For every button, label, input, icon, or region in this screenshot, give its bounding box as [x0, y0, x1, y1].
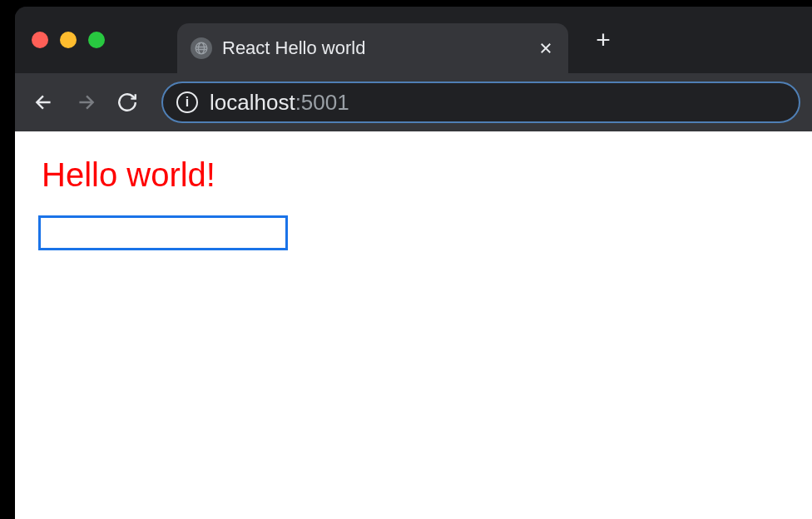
browser-tab[interactable]: React Hello world [177, 23, 568, 73]
back-button[interactable] [27, 85, 62, 120]
toolbar: i localhost:5001 [15, 73, 812, 131]
window-minimize-button[interactable] [60, 32, 77, 48]
window-controls [32, 32, 105, 48]
tab-close-button[interactable] [537, 39, 555, 57]
tab-title: React Hello world [222, 37, 527, 59]
window-maximize-button[interactable] [88, 32, 105, 48]
page-content: Hello world! [15, 131, 812, 519]
window-close-button[interactable] [32, 32, 48, 48]
tab-strip: React Hello world + [15, 7, 812, 73]
text-input[interactable] [38, 215, 288, 250]
url-host: localhost [210, 90, 295, 116]
new-tab-button[interactable]: + [591, 27, 616, 52]
page-heading: Hello world! [42, 156, 789, 194]
browser-window: React Hello world + i localhost:5001 Hel… [15, 7, 812, 519]
url-port: :5001 [295, 90, 349, 116]
globe-icon [191, 37, 212, 59]
url-text: localhost:5001 [210, 90, 349, 116]
forward-button[interactable] [68, 85, 103, 120]
site-info-icon[interactable]: i [176, 91, 198, 113]
address-bar[interactable]: i localhost:5001 [161, 82, 800, 123]
reload-button[interactable] [110, 85, 145, 120]
